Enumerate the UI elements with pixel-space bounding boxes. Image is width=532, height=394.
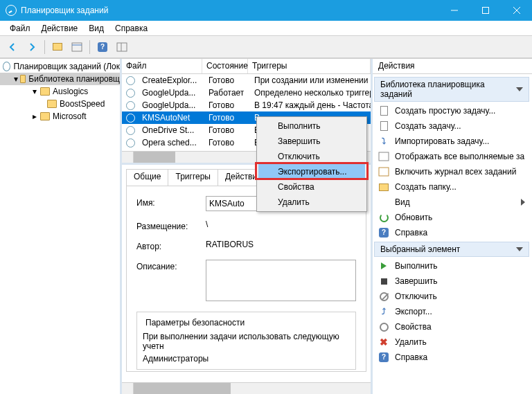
action-show-running[interactable]: Отображать все выполняемые за... bbox=[374, 149, 529, 164]
action-help2[interactable]: ?Справка bbox=[374, 350, 529, 365]
action-export[interactable]: ⤴Экспорт... bbox=[374, 304, 529, 319]
close-button[interactable] bbox=[501, 0, 532, 21]
maximize-button[interactable] bbox=[470, 0, 501, 21]
expand-icon[interactable]: ▾ bbox=[14, 75, 18, 83]
action-props[interactable]: Свойства bbox=[374, 319, 529, 334]
import-icon: ⤵ bbox=[378, 136, 389, 147]
action-refresh[interactable]: Обновить bbox=[374, 210, 529, 225]
action-group-library[interactable]: Библиотека планировщика заданий bbox=[374, 77, 529, 102]
task-icon bbox=[126, 101, 135, 110]
expand-icon[interactable]: ▸ bbox=[30, 113, 38, 120]
folder-icon bbox=[20, 75, 26, 83]
col-triggers[interactable]: Триггеры bbox=[248, 59, 371, 73]
folder-up-button[interactable] bbox=[49, 39, 66, 55]
folder-icon bbox=[47, 100, 57, 108]
label-name: Имя: bbox=[136, 196, 206, 208]
task-row[interactable]: CreateExplor...ГотовоПри создании или из… bbox=[122, 74, 371, 87]
ctx-export[interactable]: Экспортировать... bbox=[258, 164, 365, 179]
menu-action[interactable]: Действие bbox=[36, 22, 84, 35]
folder-icon bbox=[379, 183, 389, 191]
ctx-disable[interactable]: Отключить bbox=[258, 149, 365, 164]
action-disable[interactable]: Отключить bbox=[374, 289, 529, 304]
help-button[interactable]: ? bbox=[94, 39, 111, 55]
field-author: Автор: RATIBORUS bbox=[136, 240, 356, 251]
svg-rect-8 bbox=[379, 152, 389, 161]
tree-root-label: Планировщик заданий (Лок bbox=[13, 62, 120, 71]
ctx-props[interactable]: Свойства bbox=[258, 179, 365, 195]
group-label: Библиотека планировщика заданий bbox=[380, 80, 516, 99]
props-toolbar-button[interactable] bbox=[114, 39, 130, 55]
tree-lib-label: Библиотека планировщ bbox=[28, 74, 120, 84]
help-icon: ? bbox=[98, 42, 107, 52]
svg-rect-9 bbox=[379, 168, 389, 176]
tree-item-boostspeed[interactable]: BoostSpeed bbox=[0, 98, 120, 110]
tab-general[interactable]: Общие bbox=[126, 169, 168, 186]
tab-body: Имя: Размещение: \ Автор: RATIBORUS Опис… bbox=[126, 186, 366, 372]
task-icon bbox=[126, 126, 135, 135]
app-icon bbox=[6, 5, 17, 16]
toolbar: ? bbox=[0, 36, 532, 58]
action-enable-history[interactable]: Включить журнал всех заданий bbox=[374, 164, 529, 179]
folder-icon bbox=[53, 43, 62, 51]
middle-pane: Файл Состояние Триггеры CreateExplor...Г… bbox=[122, 59, 373, 394]
delete-icon: ✖ bbox=[378, 337, 389, 348]
doc-icon bbox=[380, 106, 388, 116]
h-scrollbar[interactable] bbox=[122, 382, 371, 394]
context-menu: Выполнить Завершить Отключить Экспортиро… bbox=[256, 116, 367, 212]
action-create[interactable]: Создать задачу... bbox=[374, 118, 529, 134]
action-new-folder[interactable]: Создать папку... bbox=[374, 179, 529, 195]
titlebar: Планировщик заданий bbox=[0, 0, 532, 21]
menu-view[interactable]: Вид bbox=[83, 22, 109, 35]
task-row[interactable]: GoogleUpda...ГотовоВ 19:47 каждый день -… bbox=[122, 99, 371, 111]
tab-triggers[interactable]: Триггеры bbox=[168, 169, 218, 186]
back-button[interactable] bbox=[4, 39, 21, 55]
pane-button[interactable] bbox=[69, 39, 85, 55]
help-icon: ? bbox=[379, 352, 389, 362]
refresh-icon bbox=[380, 213, 389, 222]
tree-item-label: Auslogics bbox=[53, 87, 88, 96]
ctx-run[interactable]: Выполнить bbox=[258, 118, 365, 134]
action-group-selected[interactable]: Выбранный элемент bbox=[374, 242, 529, 257]
stop-icon bbox=[381, 278, 387, 285]
export-icon: ⤴ bbox=[378, 306, 389, 317]
menu-help[interactable]: Справка bbox=[109, 22, 153, 35]
expand-icon[interactable]: ▾ bbox=[30, 88, 38, 96]
ctx-end[interactable]: Завершить bbox=[258, 134, 365, 149]
tree-library[interactable]: ▾ Библиотека планировщ bbox=[0, 73, 120, 85]
task-icon bbox=[126, 114, 135, 123]
tree-root[interactable]: Планировщик заданий (Лок bbox=[0, 60, 120, 73]
svg-rect-6 bbox=[117, 43, 127, 51]
task-row[interactable]: GoogleUpda...РаботаетОпределено нескольк… bbox=[122, 87, 371, 99]
collapse-icon bbox=[516, 247, 523, 251]
tree-item-microsoft[interactable]: ▸ Microsoft bbox=[0, 110, 120, 123]
minimize-button[interactable] bbox=[438, 0, 470, 21]
action-end[interactable]: Завершить bbox=[374, 274, 529, 289]
collapse-icon bbox=[516, 87, 523, 91]
action-run[interactable]: Выполнить bbox=[374, 258, 529, 274]
help-icon: ? bbox=[379, 228, 389, 238]
col-state[interactable]: Состояние bbox=[202, 59, 248, 73]
chevron-right-icon bbox=[521, 199, 525, 206]
gear-icon bbox=[380, 323, 389, 332]
actions-pane: Действия Библиотека планировщика заданий… bbox=[373, 59, 532, 394]
col-name[interactable]: Файл bbox=[122, 59, 202, 73]
security-line2: Администраторы bbox=[143, 354, 350, 364]
menu-file[interactable]: Файл bbox=[4, 22, 36, 35]
action-import[interactable]: ⤵Импортировать задачу... bbox=[374, 134, 529, 149]
input-desc[interactable] bbox=[206, 260, 356, 301]
ctx-delete[interactable]: Удалить bbox=[258, 195, 365, 210]
tree-item-auslogics[interactable]: ▾ Auslogics bbox=[0, 85, 120, 98]
actions-body: Библиотека планировщика заданий Создать … bbox=[373, 74, 532, 394]
action-create-basic[interactable]: Создать простую задачу... bbox=[374, 103, 529, 118]
action-help[interactable]: ?Справка bbox=[374, 225, 529, 240]
action-delete[interactable]: ✖Удалить bbox=[374, 334, 529, 350]
task-icon bbox=[126, 89, 135, 98]
toolbar-sep bbox=[44, 40, 45, 54]
value-author: RATIBORUS bbox=[206, 240, 356, 249]
label-author: Автор: bbox=[136, 240, 206, 251]
toolbar-sep bbox=[89, 40, 90, 54]
action-view[interactable]: Вид bbox=[374, 195, 529, 210]
field-location: Размещение: \ bbox=[136, 220, 356, 231]
scheduler-icon bbox=[3, 62, 10, 71]
forward-button[interactable] bbox=[24, 39, 40, 55]
